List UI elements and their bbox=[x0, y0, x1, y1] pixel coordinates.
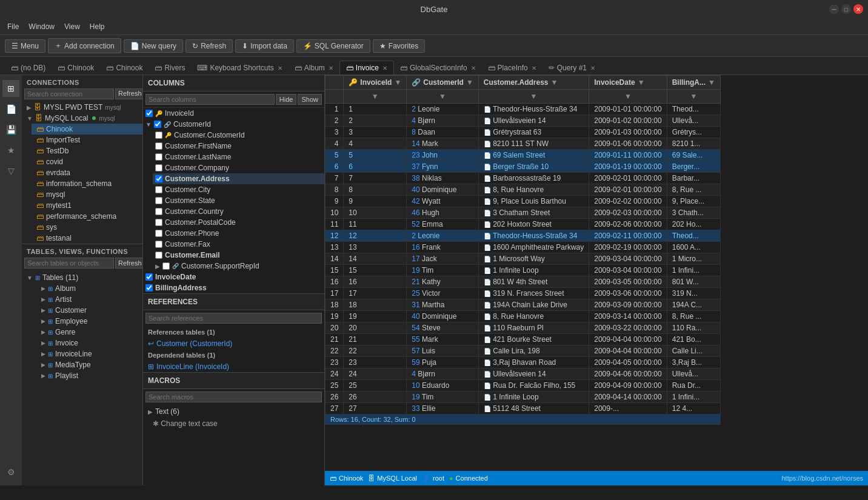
col-invoicedate-cb[interactable] bbox=[145, 273, 153, 281]
db-testdb[interactable]: 🗃 TestDb bbox=[32, 145, 142, 156]
diagram-icon[interactable]: ▽ bbox=[2, 162, 19, 179]
col-customer-fax-cb[interactable] bbox=[155, 241, 162, 248]
maximize-button[interactable]: □ bbox=[841, 4, 851, 14]
table-artist[interactable]: ▶ ⊞ Artist bbox=[32, 294, 138, 305]
connection-refresh-button[interactable]: Refresh bbox=[115, 88, 143, 99]
col-header-customerid[interactable]: 🔗 CustomerId ▼ bbox=[407, 76, 479, 90]
table-row[interactable]: 272733 Ellie📄 5112 48 Street2009-...12 4… bbox=[326, 403, 721, 415]
menu-view[interactable]: View bbox=[59, 21, 85, 32]
sort-icon[interactable]: ▼ bbox=[551, 78, 558, 87]
table-row[interactable]: 8840 Dominique📄 8, Rue Hanovre2009-02-01… bbox=[326, 184, 721, 196]
import-data-button[interactable]: ⬇ Import data bbox=[235, 39, 294, 53]
db-chinook[interactable]: 🗃 Chinook bbox=[32, 124, 142, 135]
table-playlist[interactable]: ▶ ⊞ Playlist bbox=[32, 370, 138, 381]
tab-invoice[interactable]: 🗃 Invoice ✕ bbox=[339, 61, 394, 75]
close-button[interactable]: ✕ bbox=[853, 4, 863, 14]
sort-icon[interactable]: ▼ bbox=[708, 78, 715, 87]
col-customer-phone-cb[interactable] bbox=[155, 230, 162, 237]
dep-invoiceline[interactable]: ⊞ InvoiceLine (InvoiceId) bbox=[143, 361, 324, 372]
table-row[interactable]: 141417 Jack📄 1 Microsoft Way2009-03-04 0… bbox=[326, 253, 721, 265]
macros-search-input[interactable] bbox=[145, 392, 322, 402]
macros-text-group[interactable]: ▶ Text (6) bbox=[143, 405, 324, 418]
table-row[interactable]: 338 Daan📄 Grétrystraat 632009-01-03 00:0… bbox=[326, 127, 721, 138]
table-row[interactable]: 222257 Luis📄 Calle Lira, 1982009-04-04 0… bbox=[326, 345, 721, 357]
col-customer-country-cb[interactable] bbox=[155, 208, 162, 215]
table-row[interactable]: 131316 Frank📄 1600 Amphitheatre Parkway2… bbox=[326, 242, 721, 253]
tab-placeinfo[interactable]: 🗃 PlaceInfo ✕ bbox=[482, 61, 542, 75]
col-invoiceid-checkbox[interactable] bbox=[145, 110, 153, 117]
col-customerid-header[interactable]: ▼ 🔗 CustomerId bbox=[143, 119, 324, 130]
refresh-button[interactable]: ↻ Refresh bbox=[185, 39, 233, 53]
table-row[interactable]: 212155 Mark📄 421 Bourke Street2009-04-04… bbox=[326, 334, 721, 345]
tables-group-header[interactable]: ▼ ⊞ Tables (11) bbox=[27, 272, 138, 283]
db-mytest1[interactable]: 🗃 mytest1 bbox=[32, 200, 142, 211]
table-row[interactable]: 171725 Victor📄 319 N. Frances Street2009… bbox=[326, 288, 721, 299]
col-header-invoicedate[interactable]: InvoiceDate ▼ bbox=[589, 76, 667, 90]
sort-icon[interactable]: ▼ bbox=[394, 78, 401, 87]
sort-icon[interactable]: ▼ bbox=[638, 78, 645, 87]
macro-change-text-case[interactable]: ✱ Change text case bbox=[143, 418, 324, 429]
col-customer-state-cb[interactable] bbox=[155, 197, 162, 204]
references-search-input[interactable] bbox=[145, 313, 322, 324]
table-invoice[interactable]: ▶ ⊞ Invoice bbox=[32, 338, 138, 348]
show-columns-button[interactable]: Show bbox=[298, 94, 322, 105]
tab-rivers[interactable]: 🗃 Rivers bbox=[149, 61, 191, 75]
table-mediatype[interactable]: ▶ ⊞ MediaType bbox=[32, 359, 138, 370]
sql-generator-button[interactable]: ⚡ SQL Generator bbox=[296, 39, 370, 53]
data-grid-container[interactable]: 🔑 InvoiceId ▼ 🔗 CustomerId ▼ bbox=[325, 75, 868, 471]
col-customer-address-cb[interactable] bbox=[155, 175, 162, 182]
col-header-address[interactable]: Customer.Address ▼ bbox=[478, 76, 589, 90]
table-row[interactable]: 252510 Eduardo📄 Rua Dr. Falcão Filho, 15… bbox=[326, 380, 721, 392]
table-row[interactable]: 151519 Tim📄 1 Infinite Loop2009-03-04 00… bbox=[326, 265, 721, 276]
table-customer[interactable]: ▶ ⊞ Customer bbox=[32, 305, 138, 316]
tab-global-section[interactable]: 🗃 GlobalSectionInfo ✕ bbox=[394, 61, 482, 75]
table-row[interactable]: 202054 Steve📄 110 Raeburn Pl2009-03-22 0… bbox=[326, 322, 721, 334]
favorites-icon[interactable]: ★ bbox=[2, 142, 19, 159]
table-row[interactable]: 232359 Puja📄 3,Raj Bhavan Road2009-04-05… bbox=[326, 357, 721, 368]
tables-search-input[interactable] bbox=[24, 258, 114, 268]
table-row[interactable]: 111152 Emma📄 202 Hoxton Street2009-02-06… bbox=[326, 219, 721, 230]
col-billingaddress-cb[interactable] bbox=[145, 284, 153, 292]
table-row[interactable]: 112 Leonie📄 Theodor-Heuss-Straße 342009-… bbox=[326, 104, 721, 115]
sort-icon[interactable]: ▼ bbox=[466, 78, 473, 87]
table-row[interactable]: 262619 Tim📄 1 Infinite Loop2009-04-14 00… bbox=[326, 392, 721, 403]
close-placeinfo[interactable]: ✕ bbox=[532, 65, 536, 72]
table-album[interactable]: ▶ ⊞ Album bbox=[32, 283, 138, 294]
close-invoice-tab[interactable]: ✕ bbox=[382, 65, 387, 72]
tab-query1[interactable]: ✏ Query #1 ✕ bbox=[542, 61, 601, 75]
tab-chinook-2[interactable]: 🗃 Chinook bbox=[100, 61, 149, 75]
table-row[interactable]: 24244 Bjørn📄 Ullevålsveien 142009-04-06 … bbox=[326, 368, 721, 380]
table-row[interactable]: 4414 Mark📄 8210 111 ST NW2009-01-06 00:0… bbox=[326, 138, 721, 150]
table-row[interactable]: 224 Bjørn📄 Ullevålsveien 142009-01-02 00… bbox=[326, 115, 721, 127]
close-global-section[interactable]: ✕ bbox=[471, 65, 476, 72]
ref-customer[interactable]: ↩ Customer (CustomerId) bbox=[143, 338, 324, 349]
table-row[interactable]: 191940 Dominique📄 8, Rue Hanovre2009-03-… bbox=[326, 311, 721, 322]
new-query-button[interactable]: 📄 New query bbox=[124, 39, 183, 53]
saved-queries-icon[interactable]: 💾 bbox=[2, 121, 19, 138]
favorites-button[interactable]: ★ Favorites bbox=[373, 39, 425, 53]
table-row[interactable]: 12122 Leonie📄 Theodor-Heuss-Straße 34200… bbox=[326, 230, 721, 242]
db-covid[interactable]: 🗃 covid bbox=[32, 156, 142, 167]
table-row[interactable]: 6637 Fynn📄 Berger Straße 102009-01-19 00… bbox=[326, 161, 721, 173]
col-customer-lastname-cb[interactable] bbox=[155, 153, 162, 161]
db-performance-schema[interactable]: 🗃 performance_schema bbox=[32, 211, 142, 222]
menu-help[interactable]: Help bbox=[85, 21, 110, 32]
menu-file[interactable]: File bbox=[2, 21, 24, 32]
col-customer-supportrepid-cb[interactable] bbox=[162, 262, 170, 270]
connection-search-input[interactable] bbox=[24, 88, 114, 99]
columns-search-input[interactable] bbox=[145, 94, 275, 105]
col-customer-city-cb[interactable] bbox=[155, 186, 162, 193]
tab-album[interactable]: 🗃 Album ✕ bbox=[289, 61, 339, 75]
db-sys[interactable]: 🗃 sys bbox=[32, 222, 142, 233]
close-query1[interactable]: ✕ bbox=[590, 65, 595, 72]
table-invoiceline[interactable]: ▶ ⊞ InvoiceLine bbox=[32, 348, 138, 359]
col-customer-postalcode-cb[interactable] bbox=[155, 219, 162, 226]
table-row[interactable]: 101046 Hugh📄 3 Chatham Street2009-02-03 … bbox=[326, 207, 721, 219]
nodb-tab[interactable]: 🗃 (no DB) bbox=[5, 61, 52, 75]
close-keyboard-shortcuts[interactable]: ✕ bbox=[278, 65, 282, 72]
connection-item-mysql-local[interactable]: ▼ 🗄 MySQL Local mysql bbox=[22, 113, 142, 124]
db-importtest[interactable]: 🗃 ImportTest bbox=[32, 135, 142, 145]
col-header-invoiceid[interactable]: 🔑 InvoiceId ▼ bbox=[344, 76, 407, 90]
table-row[interactable]: 161621 Kathy📄 801 W 4th Street2009-03-05… bbox=[326, 276, 721, 288]
col-customer-firstname-cb[interactable] bbox=[155, 142, 162, 150]
